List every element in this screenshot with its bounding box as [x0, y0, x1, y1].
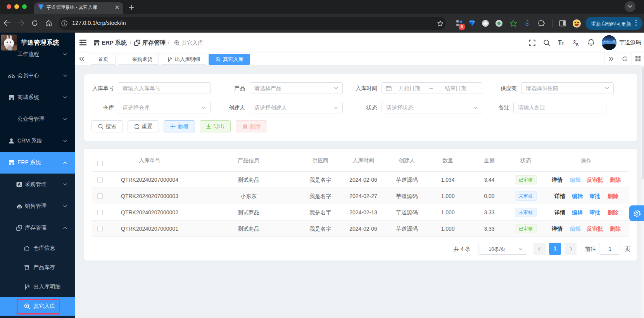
svg-text:A: A	[576, 42, 578, 46]
